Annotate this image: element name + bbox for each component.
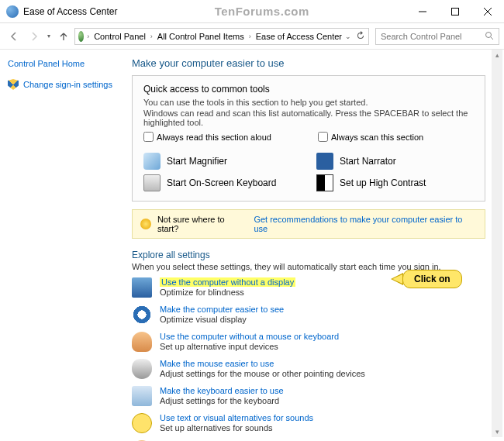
setting-desc: Set up alternative input devices xyxy=(160,342,339,351)
watermark: TenForums.com xyxy=(117,5,406,18)
setting-link-0[interactable]: Use the computer without a display xyxy=(160,277,295,287)
up-button[interactable] xyxy=(54,27,73,46)
sidebar-link-label: Change sign-in settings xyxy=(23,80,112,89)
setting-desc: Adjust settings for the keyboard xyxy=(160,396,284,405)
checkbox[interactable] xyxy=(143,132,154,142)
quick-title: Quick access to common tools xyxy=(143,84,474,95)
mouse-icon xyxy=(132,359,152,379)
speech-icon xyxy=(132,413,152,433)
svg-point-4 xyxy=(486,32,492,37)
chevron-right-icon[interactable]: › xyxy=(149,33,154,40)
callout-annotation: Click on xyxy=(391,270,462,288)
lightbulb-icon xyxy=(140,219,151,229)
setting-link-1[interactable]: Make the computer easier to see xyxy=(160,305,284,314)
control-panel-home-link[interactable]: Control Panel Home xyxy=(8,59,116,68)
minimize-button[interactable] xyxy=(406,1,439,22)
quick-access-box: Quick access to common tools You can use… xyxy=(132,75,485,202)
setting-item: Use the computer without a mouse or keyb… xyxy=(132,332,485,352)
breadcrumb[interactable]: › Control Panel › All Control Panel Item… xyxy=(74,28,369,45)
setting-link-3[interactable]: Make the mouse easier to use xyxy=(160,359,274,368)
chevron-right-icon[interactable]: › xyxy=(247,33,253,40)
app-icon xyxy=(6,5,19,18)
setting-link-4[interactable]: Make the keyboard easier to use xyxy=(160,386,284,395)
svg-rect-1 xyxy=(452,8,459,15)
start-narrator-link[interactable]: Start Narrator xyxy=(316,153,474,170)
eye-icon xyxy=(132,305,152,325)
checkbox[interactable] xyxy=(318,132,328,142)
setting-link-2[interactable]: Use the computer without a mouse or keyb… xyxy=(160,332,339,341)
page-heading: Make your computer easier to use xyxy=(132,57,485,69)
always-scan-checkbox[interactable]: Always scan this section xyxy=(318,132,423,142)
navbar: ▾ › Control Panel › All Control Panel It… xyxy=(0,23,504,50)
svg-line-5 xyxy=(491,37,493,40)
start-osk-link[interactable]: Start On-Screen Keyboard xyxy=(143,174,301,191)
maximize-button[interactable] xyxy=(439,1,471,22)
setting-item: Make the mouse easier to useAdjust setti… xyxy=(132,359,485,379)
setting-item: Make the computer easier to seeOptimize … xyxy=(132,305,485,325)
crumb-control-panel[interactable]: Control Panel xyxy=(92,32,147,41)
search-input[interactable] xyxy=(381,32,480,41)
crumb-ease-of-access[interactable]: Ease of Access Center xyxy=(254,32,343,41)
setting-item: Make the keyboard easier to useAdjust se… xyxy=(132,386,485,406)
setting-desc: Optimize for blindness xyxy=(160,288,295,297)
change-signin-settings-link[interactable]: Change sign-in settings xyxy=(8,79,116,90)
main-content: Make your computer easier to use Quick a… xyxy=(124,50,504,441)
kb2-icon xyxy=(132,386,152,406)
sidebar: Control Panel Home Change sign-in settin… xyxy=(0,50,124,441)
contrast-icon xyxy=(316,174,333,191)
quick-desc1: You can use the tools in this section to… xyxy=(143,98,474,107)
explore-title: Explore all settings xyxy=(132,250,485,260)
narrator-icon xyxy=(316,153,333,170)
display-icon xyxy=(132,277,152,298)
setting-desc: Adjust settings for the mouse or other p… xyxy=(160,369,365,378)
high-contrast-link[interactable]: Set up High Contrast xyxy=(316,174,474,191)
start-magnifier-link[interactable]: Start Magnifier xyxy=(143,153,301,170)
history-dropdown-icon[interactable]: ▾ xyxy=(45,33,53,40)
shield-icon xyxy=(8,79,19,90)
hint-text: Not sure where to start? xyxy=(157,215,248,233)
setting-desc: Optimize visual display xyxy=(160,315,284,324)
window-title: Ease of Access Center xyxy=(23,6,117,17)
titlebar: Ease of Access Center TenForums.com xyxy=(0,0,504,23)
person-icon xyxy=(132,332,152,352)
setting-item: Use text or visual alternatives for soun… xyxy=(132,413,485,433)
control-panel-icon xyxy=(78,31,84,42)
keyboard-icon xyxy=(143,174,161,191)
always-read-checkbox[interactable]: Always read this section aloud xyxy=(143,132,271,142)
refresh-icon[interactable] xyxy=(356,31,365,42)
hint-bar: Not sure where to start? Get recommendat… xyxy=(132,209,485,239)
chevron-down-icon[interactable]: ⌄ xyxy=(345,33,351,40)
magnifier-icon xyxy=(143,153,161,170)
search-box[interactable] xyxy=(375,28,499,45)
search-icon xyxy=(485,31,494,42)
setting-link-5[interactable]: Use text or visual alternatives for soun… xyxy=(160,413,313,422)
forward-button[interactable] xyxy=(25,27,43,46)
quick-desc2: Windows can read and scan this list auto… xyxy=(143,109,474,127)
back-button[interactable] xyxy=(5,27,23,46)
callout-label: Click on xyxy=(402,270,462,288)
recommendations-link[interactable]: Get recommendations to make your compute… xyxy=(254,215,477,233)
crumb-all-items[interactable]: All Control Panel Items xyxy=(156,32,246,41)
close-button[interactable] xyxy=(471,1,504,22)
chevron-right-icon[interactable]: › xyxy=(85,33,91,40)
setting-desc: Set up alternatives for sounds xyxy=(160,423,313,432)
